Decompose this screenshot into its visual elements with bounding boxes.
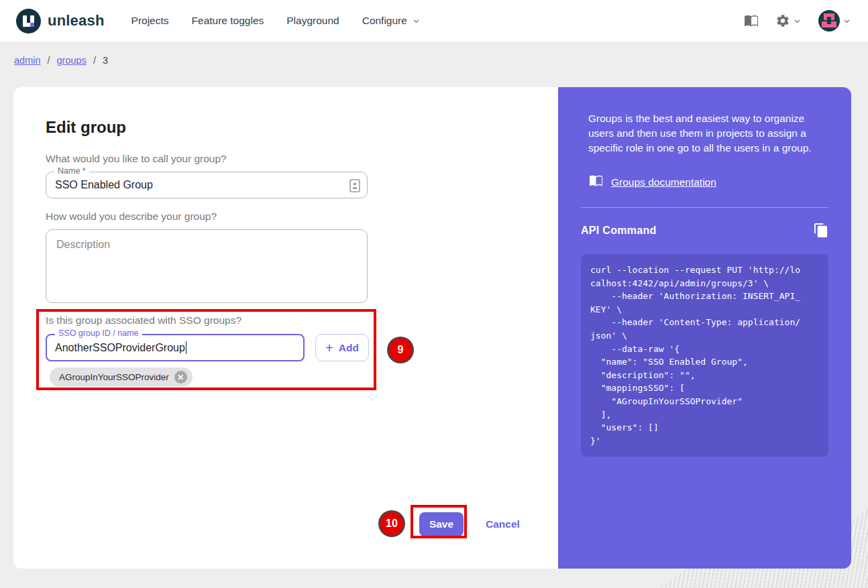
- edit-group-card: Edit group What would you like to call y…: [13, 87, 851, 569]
- breadcrumb: admin / groups / 3: [0, 42, 868, 66]
- sso-input-value: AnotherSSOProviderGroup: [55, 342, 185, 354]
- breadcrumb-separator: /: [48, 55, 50, 66]
- breadcrumb-separator: /: [93, 55, 96, 66]
- top-navbar: unleash Projects Feature toggles Playgro…: [0, 0, 868, 42]
- chevron-down-icon: [411, 16, 421, 26]
- main-nav: Projects Feature toggles Playground Conf…: [131, 15, 421, 27]
- chip-remove-icon[interactable]: ✕: [174, 371, 187, 384]
- sso-field-label: SSO group ID / name: [55, 329, 142, 338]
- chevron-down-icon: [842, 16, 852, 26]
- nav-projects-label: Projects: [131, 15, 169, 27]
- description-question-label: How would you describe your group?: [46, 211, 217, 223]
- group-name-input[interactable]: [46, 172, 367, 198]
- breadcrumb-current: 3: [103, 55, 108, 66]
- edit-group-form: Edit group What would you like to call y…: [13, 87, 558, 569]
- documentation-book-icon[interactable]: [743, 13, 759, 29]
- copy-icon[interactable]: [813, 223, 828, 238]
- breadcrumb-groups[interactable]: groups: [57, 55, 87, 66]
- group-name-field: Name *: [46, 172, 368, 198]
- info-sidebar: Groups is the best and easiest way to or…: [558, 87, 851, 569]
- sso-group-input[interactable]: SSO group ID / name AnotherSSOProviderGr…: [46, 334, 305, 361]
- docs-link-row: Groups documentation: [588, 173, 828, 191]
- nav-playground[interactable]: Playground: [286, 15, 339, 27]
- text-caret: [186, 341, 187, 354]
- settings-menu-button[interactable]: [775, 13, 802, 28]
- api-command-header: API Command: [581, 223, 828, 238]
- name-question-label: What would you like to call your group?: [46, 153, 227, 165]
- annotation-step-9: 9: [387, 337, 414, 363]
- brand-wordmark: unleash: [48, 12, 105, 30]
- chevron-down-icon: [792, 16, 802, 26]
- book-icon: [588, 173, 604, 191]
- sidebar-divider: [581, 207, 828, 208]
- plus-icon: +: [325, 341, 333, 355]
- form-actions: Save Cancel: [419, 512, 520, 536]
- group-description-textarea[interactable]: [46, 229, 368, 303]
- cancel-button[interactable]: Cancel: [486, 518, 520, 530]
- autofill-extension-icon[interactable]: [349, 179, 360, 195]
- chip-label: AGroupInYourSSOProvider: [59, 372, 169, 382]
- nav-projects[interactable]: Projects: [131, 15, 169, 27]
- api-command-code-block[interactable]: curl --location --request PUT 'http://lo…: [581, 254, 828, 457]
- unleash-logo-icon[interactable]: [16, 9, 41, 34]
- save-button[interactable]: Save: [419, 512, 464, 536]
- groups-documentation-link[interactable]: Groups documentation: [611, 176, 716, 188]
- nav-configure-label: Configure: [362, 15, 407, 27]
- header-actions: [743, 10, 852, 32]
- nav-configure[interactable]: Configure: [362, 15, 421, 27]
- api-command-title: API Command: [581, 225, 657, 237]
- gear-icon: [775, 13, 790, 28]
- sso-group-chip: AGroupInYourSSOProvider ✕: [50, 367, 193, 387]
- breadcrumb-admin[interactable]: admin: [14, 55, 41, 66]
- add-sso-group-button[interactable]: + Add: [315, 334, 369, 361]
- name-field-label: Name *: [54, 166, 89, 176]
- groups-intro-text: Groups is the best and easiest way to or…: [588, 111, 826, 156]
- page-title: Edit group: [46, 118, 126, 137]
- sso-question-label: Is this group associated with SSO groups…: [46, 314, 241, 327]
- user-menu-button[interactable]: [818, 10, 852, 32]
- nav-feature-toggles[interactable]: Feature toggles: [192, 15, 264, 27]
- nav-feature-toggles-label: Feature toggles: [192, 15, 264, 27]
- annotation-step-10: 10: [378, 510, 405, 537]
- avatar: [818, 10, 840, 32]
- add-button-label: Add: [339, 342, 359, 354]
- api-command-text: curl --location --request PUT 'http://lo…: [590, 263, 800, 447]
- nav-playground-label: Playground: [286, 15, 339, 27]
